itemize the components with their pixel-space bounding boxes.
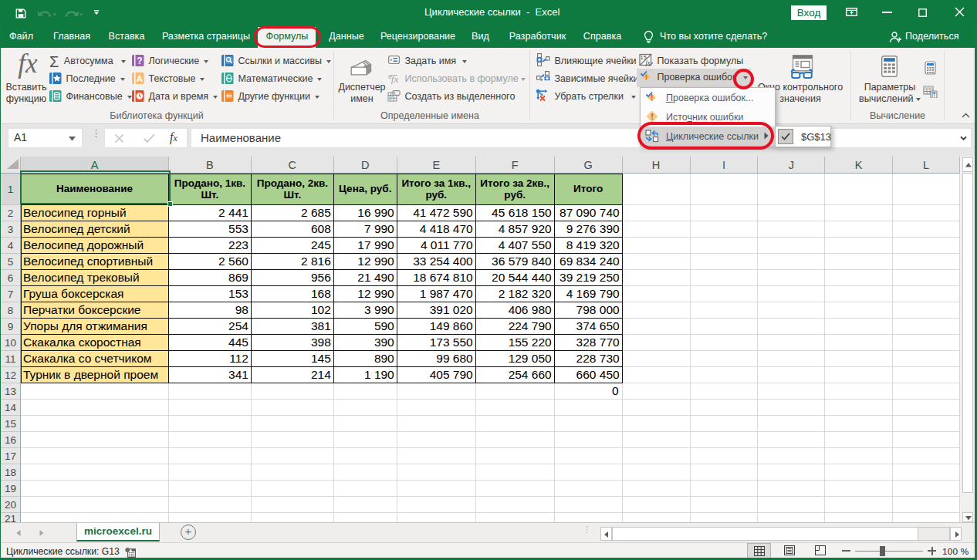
svg-text:A: A [137,74,143,83]
svg-text:!: ! [645,73,647,81]
svg-text:!: ! [651,112,654,121]
svg-text:fx: fx [391,73,399,84]
svg-text:?: ? [137,56,142,66]
svg-text:!: ! [651,93,653,102]
